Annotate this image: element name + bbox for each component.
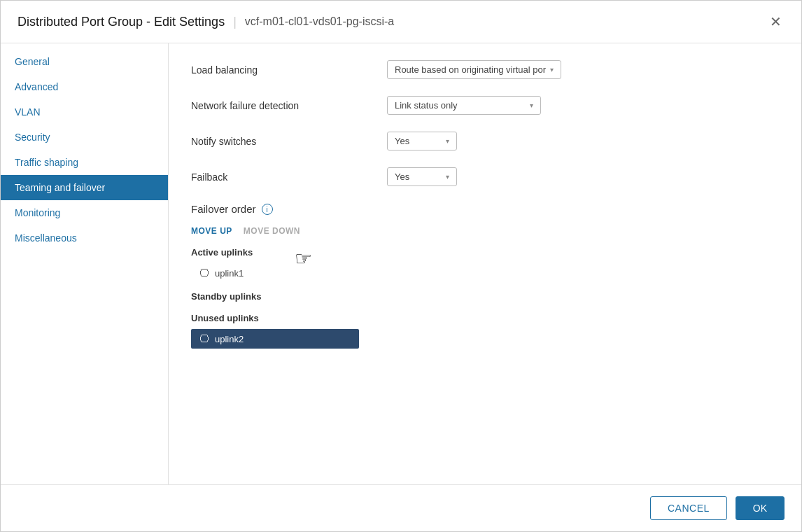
notify-switches-dropdown[interactable]: Yes ▾ [387, 132, 457, 150]
standby-uplinks-label: Standby uplinks [191, 288, 779, 304]
sidebar-item-general[interactable]: General [1, 49, 168, 74]
notify-switches-label: Notify switches [191, 136, 387, 147]
move-buttons: MOVE UP MOVE DOWN [191, 226, 779, 236]
sidebar-item-teaming-failover[interactable]: Teaming and failover [1, 175, 168, 200]
network-failure-arrow: ▾ [530, 102, 533, 109]
failback-dropdown[interactable]: Yes ▾ [387, 167, 457, 186]
unused-uplinks-label: Unused uplinks [191, 310, 779, 326]
sidebar-item-monitoring[interactable]: Monitoring [1, 200, 168, 225]
cancel-button[interactable]: CANCEL [650, 496, 727, 520]
failback-label: Failback [191, 172, 387, 183]
sidebar-item-advanced[interactable]: Advanced [1, 74, 168, 99]
active-uplinks-group: Active uplinks 🖵 uplink1 [191, 244, 779, 283]
failover-order-section: Failover order i MOVE UP MOVE DOWN Activ… [191, 203, 779, 349]
sidebar-item-vlan[interactable]: VLAN [1, 99, 168, 125]
load-balancing-arrow: ▾ [550, 66, 554, 74]
network-failure-dropdown[interactable]: Link status only ▾ [387, 96, 541, 115]
uplink2-label: uplink2 [215, 334, 244, 344]
failback-row: Failback Yes ▾ [191, 167, 779, 186]
modal-footer: CANCEL OK [1, 484, 801, 531]
failback-value: Yes [395, 172, 409, 182]
title-divider: | [233, 15, 237, 29]
standby-uplinks-group: Standby uplinks [191, 288, 779, 304]
network-failure-value: Link status only [395, 100, 458, 111]
move-down-button[interactable]: MOVE DOWN [244, 226, 300, 236]
modal-dialog: Distributed Port Group - Edit Settings |… [0, 0, 802, 532]
modal-body: General Advanced VLAN Security Traffic s… [1, 43, 801, 484]
failover-order-label: Failover order [191, 203, 256, 215]
content-area: Load balancing Route based on originatin… [169, 43, 801, 484]
info-icon[interactable]: i [262, 204, 273, 215]
uplink1-label: uplink1 [215, 268, 244, 279]
notify-switches-arrow: ▾ [446, 137, 449, 145]
sidebar-item-traffic-shaping[interactable]: Traffic shaping [1, 150, 168, 175]
notify-switches-control: Yes ▾ [387, 132, 457, 150]
uplink2-item[interactable]: 🖵 uplink2 [191, 329, 359, 349]
load-balancing-value: Route based on originating virtual por [395, 64, 546, 75]
failover-order-title: Failover order i [191, 203, 779, 215]
uplink1-icon: 🖵 [199, 267, 209, 279]
sidebar: General Advanced VLAN Security Traffic s… [1, 43, 169, 484]
ok-button[interactable]: OK [736, 496, 785, 520]
network-failure-label: Network failure detection [191, 100, 387, 111]
network-failure-control: Link status only ▾ [387, 96, 541, 115]
sidebar-item-miscellaneous[interactable]: Miscellaneous [1, 225, 168, 251]
load-balancing-dropdown[interactable]: Route based on originating virtual por ▾ [387, 60, 561, 79]
move-up-button[interactable]: MOVE UP [191, 226, 232, 236]
notify-switches-value: Yes [395, 136, 409, 146]
notify-switches-row: Notify switches Yes ▾ [191, 132, 779, 150]
unused-uplinks-group: Unused uplinks 🖵 uplink2 [191, 310, 779, 349]
load-balancing-control: Route based on originating virtual por ▾ [387, 60, 561, 79]
network-failure-row: Network failure detection Link status on… [191, 96, 779, 115]
dialog-title: Distributed Port Group - Edit Settings [17, 15, 225, 29]
load-balancing-row: Load balancing Route based on originatin… [191, 60, 779, 79]
dialog-subtitle: vcf-m01-cl01-vds01-pg-iscsi-a [245, 15, 394, 28]
modal-header: Distributed Port Group - Edit Settings |… [1, 1, 801, 43]
failback-control: Yes ▾ [387, 167, 457, 186]
uplink1-item[interactable]: 🖵 uplink1 [191, 263, 779, 283]
load-balancing-label: Load balancing [191, 64, 387, 76]
modal-title: Distributed Port Group - Edit Settings |… [17, 15, 394, 29]
close-button[interactable]: ✕ [767, 12, 785, 31]
sidebar-item-security[interactable]: Security [1, 125, 168, 150]
active-uplinks-label: Active uplinks [191, 244, 779, 260]
uplink2-icon: 🖵 [199, 333, 209, 344]
failback-arrow: ▾ [446, 173, 449, 181]
